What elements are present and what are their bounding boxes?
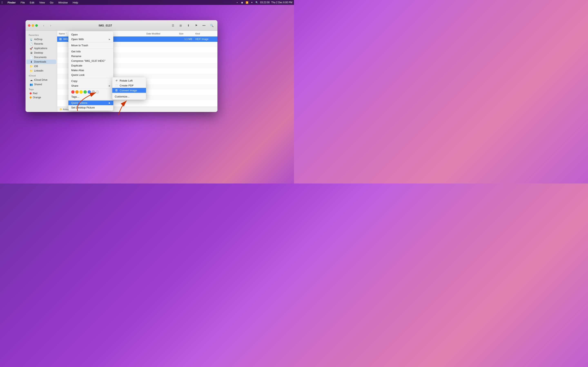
col-header-kind[interactable]: Kind [195,33,216,35]
shared-icon: 👥 [30,83,33,86]
menu-help[interactable]: Help [72,1,79,4]
cm-quick-look[interactable]: Quick Look [68,73,113,77]
sidebar-item-tag-red[interactable]: Red [26,91,56,95]
context-menu: Open Open With ▶ Move to Trash Get Info … [68,31,113,111]
cm-compress[interactable]: Compress "IMG_0137.HEIC" [68,58,113,63]
share-button[interactable]: ⬆ [185,23,192,28]
toolbar-actions: ☰ ⊞ ⬆ ⚑ ••• 🔍 [170,23,215,28]
sm-convert-image[interactable]: 🖼 Convert Image [112,88,146,93]
menu-view[interactable]: View [38,1,46,4]
search-menu-icon[interactable]: 🔍 [255,1,259,4]
tag-button[interactable]: ⚑ [193,23,199,28]
customize-label: Customize... [115,95,130,98]
airdrop-wifi-icon[interactable]: 📶 [245,1,249,4]
sidebar: Favorites 📡 AirDrop 🕐 Recents 🚀 Applicat… [26,31,57,112]
cm-quick-actions-label: Quick Actions [71,101,87,104]
menu-edit[interactable]: Edit [29,1,35,4]
sm-sep-1 [112,93,146,94]
cm-tags[interactable]: Tags... [68,94,113,99]
breadcrumb-ankur[interactable]: 📁 Ankur [60,108,69,111]
maximize-button[interactable] [35,24,38,27]
cm-make-alias[interactable]: Make Alias [68,68,113,73]
shared-label: Shared [34,83,42,86]
menubar:  Finder File Edit View Go Window Help ▪… [0,0,294,5]
view-list-button[interactable]: ☰ [170,23,176,28]
favorites-label: Favorites [26,33,57,37]
cm-open-with[interactable]: Open With ▶ [68,37,113,42]
cm-quick-actions[interactable]: Quick Actions ▶ [68,100,113,105]
downloads-label: Downloads [34,60,46,63]
sidebar-item-recents[interactable]: 🕐 Recents [26,42,56,46]
create-pdf-label: Create PDF [120,84,134,87]
cm-make-alias-label: Make Alias [71,69,84,72]
cm-quick-look-label: Quick Look [71,73,85,76]
apple-menu[interactable]:  [2,1,3,4]
cm-sep-5 [68,100,113,100]
rotate-left-label: Rotate Left [120,79,133,82]
file-size-cell: 1.1 MB [179,38,195,41]
col-header-size[interactable]: Size [179,33,195,35]
documents-label: Documents [34,56,47,59]
tag-green-option[interactable] [84,90,87,94]
file-kind-cell: HEIF Image [195,38,216,41]
sidebar-item-applications[interactable]: 🚀 Applications [26,46,56,50]
open-with-arrow: ▶ [109,38,111,40]
siri-icon[interactable]: ◉ [241,1,244,4]
menu-window[interactable]: Window [58,1,69,4]
more-button[interactable]: ••• [201,23,207,28]
applications-icon: 🚀 [30,47,33,50]
view-grid-button[interactable]: ⊞ [177,23,184,28]
cm-move-to-trash[interactable]: Move to Trash [68,43,113,48]
tag-orange-dot [30,96,32,99]
airdrop-label: AirDrop [34,38,43,41]
sm-customize[interactable]: Customize... [112,94,146,99]
finder-content: Favorites 📡 AirDrop 🕐 Recents 🚀 Applicat… [26,31,217,112]
applications-label: Applications [34,47,47,50]
cm-duplicate-label: Duplicate [71,64,82,67]
sidebar-item-desktop[interactable]: 🖥 Desktop [26,50,56,55]
desktop-icon: 🖥 [30,51,33,54]
cm-copy[interactable]: Copy [68,79,113,83]
tag-blue-option[interactable] [87,90,91,94]
sidebar-item-icloud-drive[interactable]: ☁ iCloud Drive [26,78,56,82]
menu-file[interactable]: File [20,1,26,4]
tag-gray-option[interactable] [92,90,95,94]
menu-go[interactable]: Go [49,1,54,4]
sidebar-item-idb[interactable]: 📁 iDB [26,64,56,68]
cm-duplicate[interactable]: Duplicate [68,63,113,68]
bluetooth-icon[interactable]: ✶ [250,1,254,4]
search-button[interactable]: 🔍 [208,23,215,28]
sidebar-item-documents[interactable]: 📄 Documents [26,55,56,59]
cm-share[interactable]: Share ▶ [68,83,113,88]
desktop-label: Desktop [34,51,43,54]
tag-yellow-option[interactable] [79,90,83,94]
sm-rotate-left[interactable]: ↺ Rotate Left [112,78,146,83]
battery-icon[interactable]: ▪ [236,1,239,4]
cm-set-desktop[interactable]: Set Desktop Picture [68,105,113,110]
tag-red-option[interactable] [71,90,75,94]
cm-open[interactable]: Open [68,32,113,37]
convert-image-label: Convert Image [120,89,137,92]
documents-icon: 📄 [30,56,33,59]
cm-get-info[interactable]: Get Info [68,49,113,54]
sidebar-item-downloads[interactable]: ⬇ Downloads [26,59,56,64]
menu-finder[interactable]: Finder [7,1,17,4]
sidebar-item-shared[interactable]: 👥 Shared [26,82,56,87]
close-button[interactable] [28,24,30,27]
cm-tags-row [68,90,113,94]
create-pdf-icon: 📄 [115,84,118,87]
tags-label: Tags [26,87,57,91]
tag-empty-option[interactable] [96,90,99,94]
cm-rename[interactable]: Rename [68,54,113,58]
cm-trash-label: Move to Trash [71,44,88,47]
sidebar-item-tag-orange[interactable]: Orange [26,95,56,100]
sidebar-item-linkedin[interactable]: 📁 LinkedIn [26,68,56,73]
sidebar-item-airdrop[interactable]: 📡 AirDrop [26,37,56,42]
icloud-drive-icon: ☁ [30,78,33,82]
sm-create-pdf[interactable]: 📄 Create PDF [112,83,146,88]
cm-open-with-label: Open With [71,38,84,41]
minimize-button[interactable] [32,24,34,27]
tag-orange-option[interactable] [75,90,79,94]
col-header-date[interactable]: Date Modified [146,33,179,35]
file-icon: 🖼 [59,38,62,41]
